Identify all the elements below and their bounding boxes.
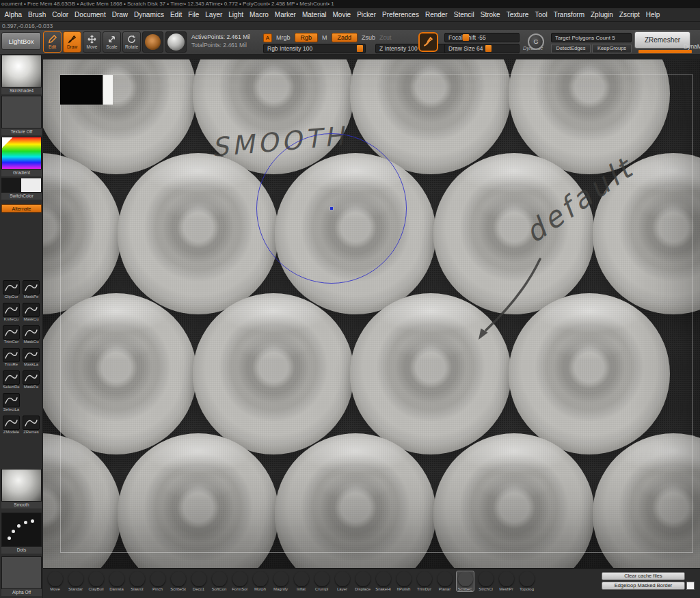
zadd-button[interactable]: Zadd bbox=[332, 33, 358, 42]
sidebar-tool-selectre[interactable]: SelectRe bbox=[1, 370, 21, 393]
sidebar-tool-maskcu[interactable]: MaskCu bbox=[21, 325, 41, 348]
menu-light[interactable]: Light bbox=[226, 11, 247, 18]
zremesher-button[interactable]: ZRemesher bbox=[634, 31, 690, 49]
menu-layer[interactable]: Layer bbox=[202, 11, 226, 18]
sidebar-tool-trimcur[interactable]: TrimCur bbox=[1, 325, 21, 348]
edgeloop-toggle-box[interactable] bbox=[686, 582, 695, 590]
mrgb-button[interactable]: Mrgb bbox=[276, 34, 291, 41]
tray-brush-stitchcl[interactable]: StitchCl bbox=[477, 571, 494, 591]
menu-stroke[interactable]: Stroke bbox=[477, 11, 503, 18]
sidebar-tool-maskla[interactable]: MaskLa bbox=[21, 348, 41, 370]
zcut-button[interactable]: Zcut bbox=[379, 34, 392, 41]
current-material-preview[interactable] bbox=[165, 31, 187, 53]
texture-selector[interactable]: Texture Off bbox=[1, 96, 42, 135]
color-picker[interactable]: Gradient bbox=[1, 137, 42, 176]
menu-alpha[interactable]: Alpha bbox=[1, 11, 25, 18]
detect-edges-button[interactable]: DetectEdges bbox=[551, 44, 591, 53]
slider-handle[interactable] bbox=[485, 45, 492, 52]
stroke-settings-button[interactable] bbox=[418, 32, 438, 52]
current-brush-preview[interactable] bbox=[142, 31, 163, 53]
tray-brush-morph[interactable]: Morph bbox=[252, 571, 269, 591]
edit-mode-button[interactable]: Edit bbox=[43, 31, 62, 53]
dynamesh-button[interactable]: DynaM bbox=[684, 43, 700, 50]
tray-brush-damsta[interactable]: Damsta bbox=[108, 571, 125, 591]
tray-brush-meshpr[interactable]: MeshPr bbox=[498, 571, 515, 591]
tray-brush-scribest[interactable]: ScribeSt bbox=[170, 571, 187, 591]
zsub-button[interactable]: Zsub bbox=[362, 34, 375, 41]
sidebar-tool-trimre[interactable]: TrimRe bbox=[1, 348, 21, 370]
tray-brush-formsol[interactable]: FormSol bbox=[231, 571, 248, 591]
sidebar-tool-maskpe[interactable]: MaskPe bbox=[21, 280, 41, 303]
tray-brush-move[interactable]: Move bbox=[46, 571, 64, 591]
keep-groups-button[interactable]: KeepGroups bbox=[592, 44, 632, 53]
menu-marker[interactable]: Marker bbox=[271, 11, 299, 18]
menu-dynamics[interactable]: Dynamics bbox=[131, 11, 167, 18]
menu-zscript[interactable]: Zscript bbox=[616, 11, 643, 18]
tray-brush-deco1[interactable]: Deco1 bbox=[190, 571, 207, 591]
sidebar-tool-zmodele[interactable]: ZModele bbox=[1, 416, 21, 438]
menu-color[interactable]: Color bbox=[49, 11, 72, 18]
tray-brush-displace[interactable]: Displace bbox=[354, 571, 371, 591]
menu-draw[interactable]: Draw bbox=[109, 11, 131, 18]
tray-brush-pinch[interactable]: Pinch bbox=[149, 571, 166, 591]
tray-brush-inflat[interactable]: Inflat bbox=[293, 571, 310, 591]
rgb-button[interactable]: Rgb bbox=[295, 33, 319, 42]
menu-tool[interactable]: Tool bbox=[532, 11, 550, 18]
lightbox-button[interactable]: LightBox bbox=[1, 32, 41, 50]
alpha-slot[interactable]: Alpha Off bbox=[1, 556, 42, 596]
tray-brush-softcon[interactable]: SoftCon bbox=[211, 571, 228, 591]
menu-edit[interactable]: Edit bbox=[167, 11, 185, 18]
smooth-brush-slot[interactable]: Smooth bbox=[1, 469, 42, 508]
color-swatch[interactable]: A bbox=[263, 33, 272, 42]
draw-mode-button[interactable]: Draw bbox=[63, 31, 81, 53]
rotate-mode-button[interactable]: Rotate bbox=[122, 31, 141, 53]
tray-brush-hpolish[interactable]: hPolish bbox=[395, 571, 412, 591]
tray-brush-trimdyr[interactable]: TrimDyr bbox=[416, 571, 433, 591]
stroke-type-slot[interactable]: Dots bbox=[1, 513, 42, 554]
sidebar-tool-maskcu[interactable]: MaskCu bbox=[21, 303, 41, 325]
sidebar-tool-zremes[interactable]: ZRemes bbox=[21, 416, 41, 438]
menu-movie[interactable]: Movie bbox=[329, 11, 354, 18]
sidebar-tool-clipcur[interactable]: ClipCur bbox=[1, 280, 21, 303]
material-selector[interactable]: SkinShade4 bbox=[1, 55, 42, 94]
sidebar-tool-selectla[interactable]: SelectLa bbox=[1, 393, 21, 416]
alternate-button[interactable]: Alternate bbox=[1, 204, 42, 213]
tray-brush-scribec[interactable]: ScribeC bbox=[457, 571, 474, 591]
sidebar-tool-maskpe[interactable]: MaskPe bbox=[21, 370, 41, 393]
move-mode-button[interactable]: Move bbox=[83, 31, 101, 53]
focal-shift-slider[interactable]: Focal Shift -55 bbox=[444, 33, 520, 42]
menu-help[interactable]: Help bbox=[643, 11, 663, 18]
menu-file[interactable]: File bbox=[185, 11, 202, 18]
menu-brush[interactable]: Brush bbox=[25, 11, 49, 18]
slider-handle[interactable] bbox=[463, 34, 469, 41]
tray-brush-snakehi[interactable]: SnakeHi bbox=[375, 571, 392, 591]
tray-brush-magnify[interactable]: Magnify bbox=[272, 571, 289, 591]
tray-brush-claybuil[interactable]: ClayBuil bbox=[88, 571, 105, 591]
tray-brush-planar[interactable]: Planar bbox=[436, 571, 453, 591]
slider-handle[interactable] bbox=[357, 45, 363, 52]
menu-picker[interactable]: Picker bbox=[354, 11, 379, 18]
menu-preferences[interactable]: Preferences bbox=[379, 11, 422, 18]
menu-zplugin[interactable]: Zplugin bbox=[588, 11, 617, 18]
m-button[interactable]: M bbox=[322, 34, 327, 41]
rgb-intensity-slider[interactable]: Rgb Intensity 100 bbox=[263, 44, 366, 53]
target-polygons-slider[interactable]: Target Polygons Count 5 bbox=[551, 33, 632, 42]
menu-macro[interactable]: Macro bbox=[247, 11, 272, 18]
menu-stencil[interactable]: Stencil bbox=[450, 11, 477, 18]
tray-brush-topolog[interactable]: Topolog bbox=[518, 571, 535, 591]
edgeloop-masked-border-button[interactable]: Edgeloop Masked Border bbox=[602, 582, 685, 590]
dynamic-circle-icon[interactable]: G bbox=[528, 33, 544, 50]
sculpt-canvas[interactable]: SMOOTH default bbox=[43, 59, 700, 568]
menu-material[interactable]: Material bbox=[299, 11, 329, 18]
menu-transform[interactable]: Transform bbox=[550, 11, 587, 18]
tray-brush-crumpl[interactable]: Crumpl bbox=[313, 571, 330, 591]
scale-mode-button[interactable]: Scale bbox=[103, 31, 121, 53]
sidebar-tool-knifecu[interactable]: KnifeCu bbox=[1, 303, 21, 325]
menu-texture[interactable]: Texture bbox=[503, 11, 532, 18]
tray-brush-layer[interactable]: Layer bbox=[334, 571, 351, 591]
switch-color-control[interactable]: SwitchColor bbox=[1, 178, 42, 200]
clear-cache-button[interactable]: Clear cache files bbox=[602, 572, 685, 580]
tray-brush-standar[interactable]: Standar bbox=[67, 571, 84, 591]
tray-brush-slasn3[interactable]: Slasn3 bbox=[129, 571, 146, 591]
menu-document[interactable]: Document bbox=[72, 11, 109, 18]
